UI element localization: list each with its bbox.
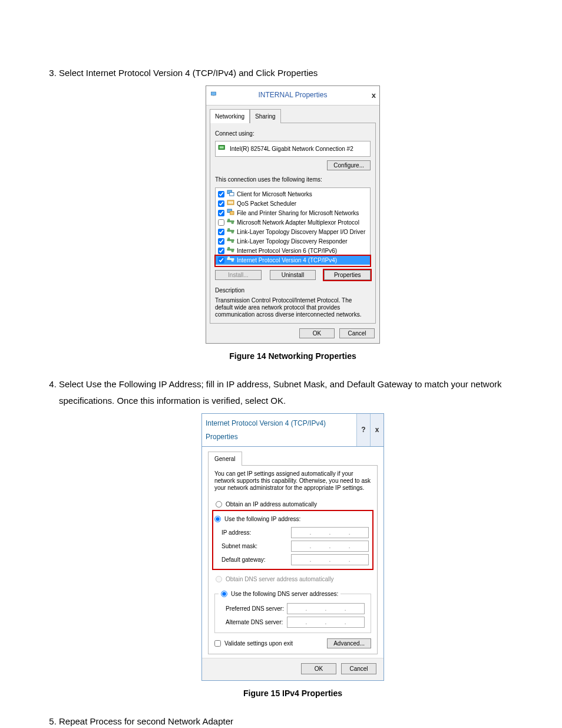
- svg-rect-5: [230, 193, 234, 196]
- item-checkbox[interactable]: [218, 219, 224, 226]
- tab-networking[interactable]: Networking: [210, 109, 250, 123]
- item-checkbox[interactable]: [218, 191, 224, 197]
- connect-using-label: Connect using:: [215, 128, 371, 139]
- list-item[interactable]: QoS Packet Scheduler: [216, 199, 370, 208]
- radio-use-ip[interactable]: Use the following IP address:: [214, 512, 371, 526]
- configure-button[interactable]: Configure...: [327, 160, 371, 170]
- item-label: Internet Protocol Version 6 (TCP/IPv6): [237, 247, 337, 255]
- ip-blurb: You can get IP settings assigned automat…: [214, 470, 371, 492]
- protocol-icon: [227, 256, 234, 264]
- item-checkbox[interactable]: [218, 210, 224, 216]
- step-3: Select Internet Protocol Version 4 (TCP/…: [59, 65, 527, 364]
- item-buttons: Install... Uninstall Properties: [215, 270, 371, 280]
- tab-general[interactable]: General: [208, 452, 242, 466]
- alt-dns-input[interactable]: ...: [287, 617, 365, 628]
- dialog1-title: INTERNAL Properties: [219, 88, 366, 102]
- ok-button[interactable]: OK: [299, 328, 335, 338]
- list-item[interactable]: Link-Layer Topology Discovery Responder: [216, 236, 370, 246]
- step-5-text: Repeat Process for second Network Adapte…: [59, 716, 233, 726]
- svg-rect-0: [211, 92, 216, 95]
- radio-label: Obtain DNS server address automatically: [226, 574, 333, 585]
- item-checkbox[interactable]: [218, 229, 224, 235]
- radio-input[interactable]: [221, 591, 227, 597]
- radio-label: Obtain an IP address automatically: [226, 499, 317, 510]
- pref-dns-input[interactable]: ...: [287, 603, 365, 614]
- radio-auto-ip[interactable]: Obtain an IP address automatically: [214, 498, 371, 511]
- adapter-field[interactable]: Intel(R) 82574L Gigabit Network Connecti…: [215, 141, 371, 157]
- svg-rect-20: [232, 241, 233, 243]
- svg-rect-7: [229, 202, 230, 204]
- network-items-list[interactable]: Client for Microsoft Networks QoS Packet…: [215, 187, 371, 266]
- svg-rect-11: [230, 212, 234, 215]
- ip-highlight-box: Use the following IP address: IP address…: [213, 511, 372, 569]
- ipv4-properties-dialog: Internet Protocol Version 4 (TCP/IPv4) P…: [201, 413, 384, 681]
- tab-sharing[interactable]: Sharing: [250, 109, 280, 123]
- protocol-icon: [227, 218, 234, 226]
- general-pane: You can get IP settings assigned automat…: [208, 465, 378, 654]
- svg-rect-22: [228, 248, 230, 249]
- properties-button[interactable]: Properties: [324, 270, 371, 280]
- svg-rect-13: [228, 219, 230, 221]
- item-label: Link-Layer Topology Discovery Responder: [237, 238, 348, 245]
- close-icon[interactable]: x: [370, 414, 384, 447]
- uninstall-button[interactable]: Uninstall: [270, 270, 316, 280]
- item-label: Client for Microsoft Networks: [237, 190, 312, 198]
- item-checkbox[interactable]: [218, 200, 224, 207]
- cancel-button[interactable]: Cancel: [339, 328, 375, 338]
- protocol-icon: [227, 228, 234, 236]
- dialog1-titlebar: INTERNAL Properties x: [206, 86, 379, 106]
- dialog2-body: General You can get IP settings assigned…: [202, 447, 384, 658]
- nic-icon: [218, 143, 226, 154]
- dialog2-footer: OK Cancel: [202, 658, 384, 680]
- list-item[interactable]: Internet Protocol Version 6 (TCP/IPv6): [216, 246, 370, 255]
- ok-button[interactable]: OK: [301, 663, 336, 674]
- radio-input: [216, 576, 222, 582]
- item-checkbox[interactable]: [218, 257, 224, 263]
- network-icon: [210, 90, 219, 101]
- figure-14-caption: Figure 14 Networking Properties: [59, 348, 527, 364]
- protocol-icon: [227, 246, 234, 255]
- close-icon[interactable]: x: [366, 88, 376, 103]
- item-checkbox[interactable]: [218, 248, 224, 254]
- gateway-input[interactable]: ...: [291, 554, 369, 565]
- svg-rect-23: [232, 251, 233, 252]
- advanced-button[interactable]: Advanced...: [327, 638, 371, 648]
- dialog2-title: Internet Protocol Version 4 (TCP/IPv4) P…: [202, 414, 356, 447]
- cancel-button[interactable]: Cancel: [341, 663, 376, 674]
- item-checkbox[interactable]: [218, 238, 224, 245]
- item-label: Internet Protocol Version 4 (TCP/IPv4): [237, 256, 337, 264]
- list-item[interactable]: Client for Microsoft Networks: [216, 189, 370, 199]
- dialog1-tabs: Networking Sharing: [210, 109, 379, 123]
- radio-use-dns[interactable]: Use the following DNS server addresses:: [221, 588, 338, 599]
- list-item[interactable]: Microsoft Network Adapter Multiplexor Pr…: [216, 218, 370, 227]
- radio-input[interactable]: [214, 516, 221, 522]
- radio-input[interactable]: [216, 501, 222, 508]
- svg-rect-8: [230, 202, 232, 204]
- items-label: This connection uses the following items…: [215, 174, 371, 185]
- step-4: Select Use the Following IP Address; fil…: [59, 376, 527, 701]
- step-3-text: Select Internet Protocol Version 4 (TCP/…: [59, 68, 318, 78]
- list-item-selected[interactable]: Internet Protocol Version 4 (TCP/IPv4): [216, 255, 370, 265]
- help-icon[interactable]: ?: [356, 414, 370, 447]
- svg-rect-3: [220, 146, 224, 148]
- pref-dns-label: Preferred DNS server:: [226, 603, 284, 614]
- list-item[interactable]: File and Printer Sharing for Microsoft N…: [216, 208, 370, 218]
- svg-rect-26: [232, 260, 233, 262]
- validate-checkbox[interactable]: [214, 640, 221, 647]
- networking-pane: Connect using: Intel(R) 82574L Gigabit N…: [210, 123, 376, 324]
- svg-rect-25: [228, 257, 230, 259]
- description-group: Description Transmission Control Protoco…: [215, 285, 371, 318]
- item-label: Microsoft Network Adapter Multiplexor Pr…: [237, 219, 359, 226]
- list-item[interactable]: Link-Layer Topology Discovery Mapper I/O…: [216, 227, 370, 236]
- dialog1-footer: OK Cancel: [206, 324, 379, 343]
- subnet-label: Subnet mask:: [222, 541, 257, 552]
- description-text: Transmission Control Protocol/Internet P…: [215, 297, 371, 318]
- adapter-name: Intel(R) 82574L Gigabit Network Connecti…: [230, 143, 353, 154]
- install-button[interactable]: Install...: [215, 270, 262, 280]
- subnet-input[interactable]: ...: [291, 541, 369, 552]
- figure-15-caption: Figure 15 IPv4 Properties: [59, 686, 527, 701]
- alt-dns-label: Alternate DNS server:: [226, 617, 283, 628]
- svg-rect-16: [228, 229, 230, 230]
- ip-address-input[interactable]: ...: [291, 527, 369, 538]
- protocol-icon: [227, 237, 234, 245]
